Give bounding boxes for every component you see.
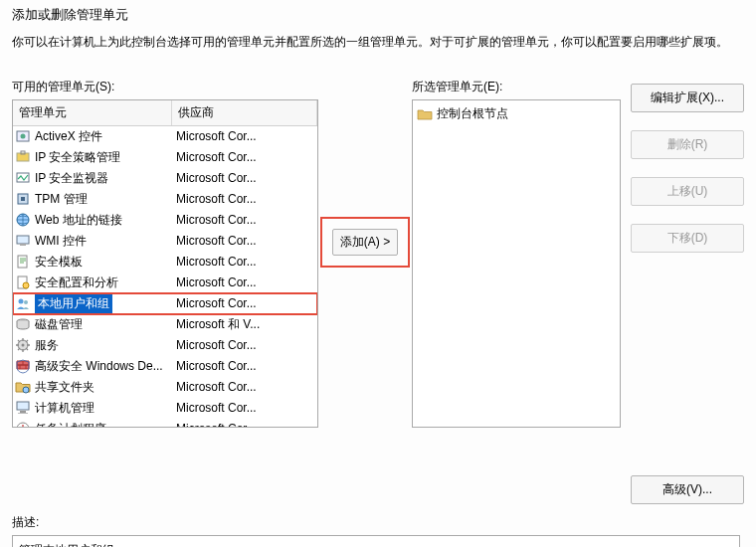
snapin-name: 安全配置和分析 (35, 274, 118, 291)
table-row[interactable]: 安全模板Microsoft Cor... (13, 252, 317, 273)
svg-rect-10 (18, 256, 27, 268)
snapin-name: 高级安全 Windows De... (35, 358, 163, 375)
move-up-button[interactable]: 上移(U) (631, 177, 744, 206)
dialog-intro: 你可以在计算机上为此控制台选择可用的管理单元并配置所选的一组管理单元。对于可扩展… (12, 34, 744, 51)
add-button-highlight: 添加(A) > (320, 217, 410, 268)
available-label: 可用的管理单元(S): (12, 79, 318, 95)
snapin-vendor: Microsoft Cor... (172, 275, 317, 289)
table-row[interactable]: 安全配置和分析Microsoft Cor... (13, 273, 317, 293)
svg-point-17 (22, 344, 25, 347)
snapin-vendor: Microsoft Cor... (172, 150, 317, 164)
svg-rect-6 (21, 197, 25, 201)
snapin-name: Web 地址的链接 (35, 212, 122, 229)
svg-point-1 (21, 134, 26, 139)
table-row[interactable]: 服务Microsoft Cor... (13, 335, 317, 356)
tpm-icon (15, 191, 31, 207)
svg-rect-19 (17, 402, 29, 410)
disk-icon (15, 316, 31, 332)
snapin-name: 磁盘管理 (35, 316, 83, 333)
svg-rect-8 (17, 236, 29, 244)
snapin-name: 安全模板 (35, 254, 83, 271)
snapin-name: 本地用户和组 (35, 294, 112, 313)
snapin-vendor: Microsoft Cor... (172, 359, 317, 373)
table-row[interactable]: TPM 管理Microsoft Cor... (13, 189, 317, 210)
snapin-name: WMI 控件 (35, 233, 87, 250)
snapin-name: ActiveX 控件 (35, 128, 102, 145)
dialog-title: 添加或删除管理单元 (12, 6, 744, 24)
col-snapin[interactable]: 管理单元 (13, 100, 172, 125)
tasksched-icon (15, 421, 31, 428)
localusers-icon (15, 295, 31, 311)
table-row[interactable]: 磁盘管理Microsoft 和 V... (13, 314, 317, 335)
snapin-vendor: Microsoft Cor... (172, 380, 317, 394)
svg-point-12 (23, 282, 29, 288)
snapin-vendor: Microsoft Cor... (172, 401, 317, 415)
services-icon (15, 337, 31, 353)
snapin-vendor: Microsoft Cor... (172, 338, 317, 352)
ipsec-policy-icon (15, 149, 31, 165)
table-row[interactable]: 任务计划程序Microsoft Cor... (13, 419, 317, 428)
snapin-name: IP 安全策略管理 (35, 149, 120, 166)
wmi-icon (15, 233, 31, 249)
snapin-name: 服务 (35, 337, 59, 354)
snapin-vendor: Microsoft Cor... (172, 192, 317, 206)
col-vendor[interactable]: 供应商 (172, 100, 317, 125)
folder-icon (417, 106, 433, 122)
computermgmt-icon (15, 400, 31, 416)
description-box: 管理本地用户和组 (12, 535, 740, 547)
edit-extensions-button[interactable]: 编辑扩展(X)... (631, 84, 744, 112)
weblink-icon (15, 212, 31, 228)
tree-root-label: 控制台根节点 (437, 105, 508, 122)
svg-point-18 (23, 387, 29, 393)
table-row[interactable]: 本地用户和组Microsoft Cor... (13, 293, 317, 314)
selected-tree[interactable]: 控制台根节点 (412, 99, 621, 428)
snapin-vendor: Microsoft Cor... (172, 234, 317, 248)
snapin-name: TPM 管理 (35, 191, 88, 208)
snapin-vendor: Microsoft Cor... (172, 129, 317, 143)
secconfig-icon (15, 274, 31, 290)
table-row[interactable]: Web 地址的链接Microsoft Cor... (13, 210, 317, 231)
snapin-vendor: Microsoft Cor... (172, 171, 317, 185)
svg-rect-21 (18, 413, 28, 414)
table-row[interactable]: 计算机管理Microsoft Cor... (13, 398, 317, 419)
svg-rect-9 (20, 244, 26, 246)
svg-rect-20 (20, 411, 26, 413)
snapin-vendor: Microsoft Cor... (172, 296, 317, 310)
add-button[interactable]: 添加(A) > (332, 229, 398, 256)
activex-icon (15, 128, 31, 144)
available-header: 管理单元 供应商 (13, 100, 317, 126)
snapin-name: 计算机管理 (35, 400, 94, 417)
table-row[interactable]: 高级安全 Windows De...Microsoft Cor... (13, 356, 317, 377)
tree-root[interactable]: 控制台根节点 (417, 104, 616, 124)
sectemplate-icon (15, 254, 31, 270)
table-row[interactable]: IP 安全监视器Microsoft Cor... (13, 168, 317, 189)
snapin-name: IP 安全监视器 (35, 170, 108, 187)
snapin-vendor: Microsoft 和 V... (172, 316, 317, 333)
available-table[interactable]: 管理单元 供应商 ActiveX 控件Microsoft Cor...IP 安全… (12, 99, 318, 428)
table-row[interactable]: 共享文件夹Microsoft Cor... (13, 377, 317, 398)
svg-point-14 (24, 300, 28, 304)
selected-label: 所选管理单元(E): (412, 79, 621, 95)
svg-point-13 (19, 299, 24, 304)
snapin-vendor: Microsoft Cor... (172, 213, 317, 227)
remove-button[interactable]: 删除(R) (631, 130, 744, 159)
move-down-button[interactable]: 下移(D) (631, 224, 744, 253)
snapin-name: 共享文件夹 (35, 379, 94, 396)
table-row[interactable]: WMI 控件Microsoft Cor... (13, 231, 317, 252)
description-label: 描述: (12, 514, 744, 531)
sharedfolders-icon (15, 379, 31, 395)
table-row[interactable]: ActiveX 控件Microsoft Cor... (13, 126, 317, 147)
ipsec-monitor-icon (15, 170, 31, 186)
firewall-icon (15, 358, 31, 374)
snapin-name: 任务计划程序 (35, 421, 106, 428)
table-row[interactable]: IP 安全策略管理Microsoft Cor... (13, 147, 317, 168)
snapin-vendor: Microsoft Cor... (172, 422, 317, 428)
snapin-vendor: Microsoft Cor... (172, 255, 317, 269)
advanced-button[interactable]: 高级(V)... (631, 475, 744, 504)
